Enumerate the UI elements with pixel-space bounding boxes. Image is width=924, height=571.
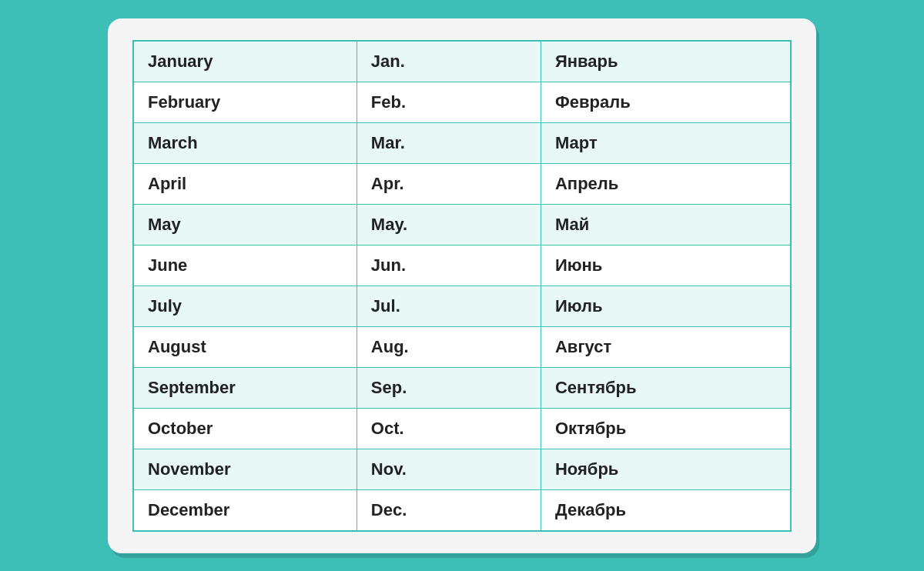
- month-russian: Ноябрь: [541, 449, 791, 489]
- month-russian: Апрель: [541, 163, 791, 204]
- month-abbreviation: May.: [357, 204, 541, 245]
- table-row: OctoberOct.Октябрь: [133, 408, 791, 449]
- month-abbreviation: Dec.: [357, 489, 541, 531]
- months-table: JanuaryJan.ЯнварьFebruaryFeb.ФевральMarc…: [132, 40, 792, 532]
- month-russian: Май: [541, 204, 791, 245]
- month-english: October: [133, 408, 357, 449]
- table-row: JuneJun.Июнь: [133, 245, 791, 286]
- month-russian: Январь: [541, 41, 791, 82]
- table-row: MarchMar.Март: [133, 122, 791, 163]
- month-abbreviation: Sep.: [357, 367, 541, 408]
- month-russian: Август: [541, 326, 791, 367]
- table-row: DecemberDec.Декабрь: [133, 489, 791, 531]
- month-russian: Декабрь: [541, 489, 791, 531]
- month-english: May: [133, 204, 357, 245]
- month-english: December: [133, 489, 357, 531]
- month-english: July: [133, 286, 357, 326]
- month-english: January: [133, 41, 357, 82]
- table-row: NovemberNov.Ноябрь: [133, 449, 791, 489]
- month-english: August: [133, 326, 357, 367]
- month-abbreviation: Mar.: [357, 122, 541, 163]
- month-russian: Март: [541, 122, 791, 163]
- month-abbreviation: Apr.: [357, 163, 541, 204]
- month-abbreviation: Oct.: [357, 408, 541, 449]
- table-row: SeptemberSep.Сентябрь: [133, 367, 791, 408]
- month-english: February: [133, 82, 357, 122]
- month-russian: Июнь: [541, 245, 791, 286]
- table-row: JanuaryJan.Январь: [133, 41, 791, 82]
- month-abbreviation: Jan.: [357, 41, 541, 82]
- table-row: MayMay.Май: [133, 204, 791, 245]
- month-russian: Июль: [541, 286, 791, 326]
- month-english: November: [133, 449, 357, 489]
- month-abbreviation: Nov.: [357, 449, 541, 489]
- month-english: June: [133, 245, 357, 286]
- table-row: AprilApr.Апрель: [133, 163, 791, 204]
- month-abbreviation: Aug.: [357, 326, 541, 367]
- month-russian: Октябрь: [541, 408, 791, 449]
- table-row: JulyJul.Июль: [133, 286, 791, 326]
- month-abbreviation: Jul.: [357, 286, 541, 326]
- table-row: AugustAug.Август: [133, 326, 791, 367]
- main-card: JanuaryJan.ЯнварьFebruaryFeb.ФевральMarc…: [108, 18, 816, 553]
- table-row: FebruaryFeb.Февраль: [133, 82, 791, 122]
- month-abbreviation: Feb.: [357, 82, 541, 122]
- month-english: April: [133, 163, 357, 204]
- month-russian: Сентябрь: [541, 367, 791, 408]
- month-abbreviation: Jun.: [357, 245, 541, 286]
- month-russian: Февраль: [541, 82, 791, 122]
- month-english: March: [133, 122, 357, 163]
- month-english: September: [133, 367, 357, 408]
